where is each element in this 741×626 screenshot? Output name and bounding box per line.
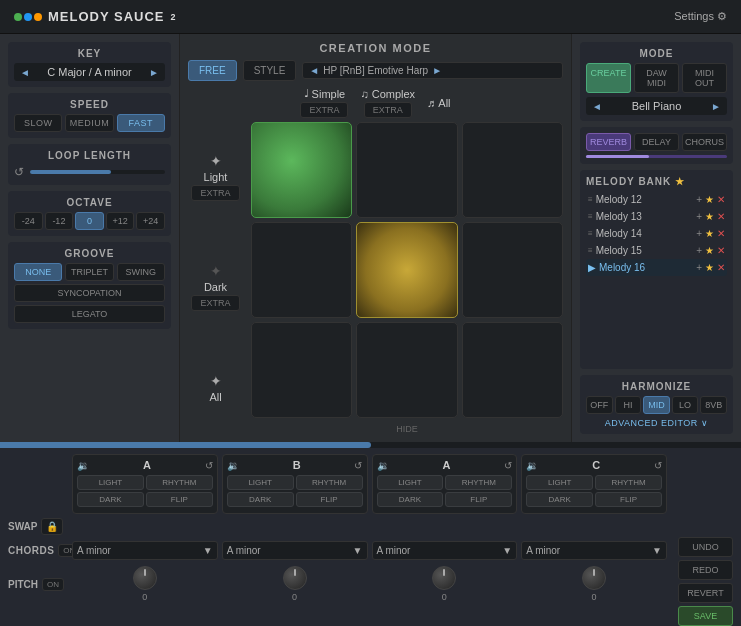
revert-button[interactable]: REVERT xyxy=(678,583,733,603)
pad-cell-2[interactable] xyxy=(356,122,457,218)
chord-select-3[interactable]: A minor ▼ xyxy=(372,541,518,560)
pitch-on-button[interactable]: ON xyxy=(42,578,64,591)
melody-add-icon[interactable]: + xyxy=(696,194,702,205)
melody-delete-icon[interactable]: ✕ xyxy=(717,245,725,256)
chord-select-4[interactable]: A minor ▼ xyxy=(521,541,667,560)
light-extra-button[interactable]: EXTRA xyxy=(191,185,239,201)
melody-row-14[interactable]: ≡ Melody 14 + ★ ✕ xyxy=(586,225,727,242)
melody-delete-icon[interactable]: ✕ xyxy=(717,228,725,239)
melody-row-15[interactable]: ≡ Melody 15 + ★ ✕ xyxy=(586,242,727,259)
instrument-next-arrow[interactable]: ► xyxy=(711,101,721,112)
melody-add-icon[interactable]: + xyxy=(696,211,702,222)
free-mode-button[interactable]: FREE xyxy=(188,60,237,81)
pitch-knob-4[interactable] xyxy=(582,566,606,590)
legato-button[interactable]: LEGATO xyxy=(14,305,165,323)
redo-button[interactable]: REDO xyxy=(678,560,733,580)
ch1-loop-icon[interactable]: ↺ xyxy=(205,460,213,471)
simple-extra-button[interactable]: EXTRA xyxy=(300,102,348,118)
harm-hi-button[interactable]: HI xyxy=(615,396,642,414)
style-next-arrow[interactable]: ► xyxy=(432,65,442,76)
ch1-light-button[interactable]: LIGHT xyxy=(77,475,144,490)
ch3-dark-button[interactable]: DARK xyxy=(377,492,444,507)
complex-extra-button[interactable]: EXTRA xyxy=(364,102,412,118)
melody-delete-icon[interactable]: ✕ xyxy=(717,194,725,205)
melody-delete-icon[interactable]: ✕ xyxy=(717,211,725,222)
dark-extra-button[interactable]: EXTRA xyxy=(191,295,239,311)
ch3-loop-icon[interactable]: ↺ xyxy=(504,460,512,471)
advanced-editor-button[interactable]: ADVANCED EDITOR ∨ xyxy=(586,418,727,428)
groove-triplet-button[interactable]: TRIPLET xyxy=(65,263,113,281)
melody-play-icon[interactable]: ▶ xyxy=(588,262,596,273)
speed-slow-button[interactable]: SLOW xyxy=(14,114,62,132)
lock-icon[interactable]: 🔒 xyxy=(41,518,63,535)
groove-swing-button[interactable]: SWING xyxy=(117,263,165,281)
ch4-light-button[interactable]: LIGHT xyxy=(526,475,593,490)
ch2-flip-button[interactable]: FLIP xyxy=(296,492,363,507)
pad-cell-9[interactable] xyxy=(462,322,563,418)
harm-lo-button[interactable]: LO xyxy=(672,396,699,414)
mode-daw-midi-tab[interactable]: DAW MIDI xyxy=(634,63,679,93)
octave-minus12-button[interactable]: -12 xyxy=(45,212,74,230)
style-mode-button[interactable]: STYLE xyxy=(243,60,297,81)
ch4-flip-button[interactable]: FLIP xyxy=(595,492,662,507)
melody-star-icon[interactable]: ★ xyxy=(705,245,714,256)
style-prev-arrow[interactable]: ◄ xyxy=(309,65,319,76)
ch3-flip-button[interactable]: FLIP xyxy=(445,492,512,507)
ch4-dark-button[interactable]: DARK xyxy=(526,492,593,507)
pad-cell-5[interactable] xyxy=(356,222,457,318)
ch2-light-button[interactable]: LIGHT xyxy=(227,475,294,490)
ch1-dark-button[interactable]: DARK xyxy=(77,492,144,507)
chorus-button[interactable]: CHORUS xyxy=(682,133,727,151)
harm-mid-button[interactable]: MID xyxy=(643,396,670,414)
melody-row-16[interactable]: ▶ Melody 16 + ★ ✕ xyxy=(586,259,727,276)
octave-minus24-button[interactable]: -24 xyxy=(14,212,43,230)
hide-button[interactable]: HIDE xyxy=(251,424,563,434)
melody-star-icon[interactable]: ★ xyxy=(705,262,714,273)
mode-create-tab[interactable]: CREATE xyxy=(586,63,631,93)
melody-add-icon[interactable]: + xyxy=(696,245,702,256)
speed-fast-button[interactable]: FAST xyxy=(117,114,165,132)
octave-plus24-button[interactable]: +24 xyxy=(136,212,165,230)
pad-cell-6[interactable] xyxy=(462,222,563,318)
instrument-prev-arrow[interactable]: ◄ xyxy=(592,101,602,112)
syncopation-button[interactable]: SYNCOPATION xyxy=(14,284,165,302)
chord-select-1[interactable]: A minor ▼ xyxy=(72,541,218,560)
ch4-loop-icon[interactable]: ↺ xyxy=(654,460,662,471)
chord-select-2[interactable]: A minor ▼ xyxy=(222,541,368,560)
ch2-rhythm-button[interactable]: RHYTHM xyxy=(296,475,363,490)
fx-slider[interactable] xyxy=(586,155,727,158)
style-selector[interactable]: ◄ HP [RnB] Emotive Harp ► xyxy=(302,62,563,79)
octave-0-button[interactable]: 0 xyxy=(75,212,104,230)
instrument-selector[interactable]: ◄ Bell Piano ► xyxy=(586,97,727,115)
pad-cell-8[interactable] xyxy=(356,322,457,418)
pad-cell-3[interactable] xyxy=(462,122,563,218)
melody-row-12[interactable]: ≡ Melody 12 + ★ ✕ xyxy=(586,191,727,208)
melody-star-icon[interactable]: ★ xyxy=(705,194,714,205)
harm-8vb-button[interactable]: 8VB xyxy=(700,396,727,414)
groove-none-button[interactable]: NONE xyxy=(14,263,62,281)
melody-delete-icon[interactable]: ✕ xyxy=(717,262,725,273)
mode-midi-out-tab[interactable]: MIDI OUT xyxy=(682,63,727,93)
melody-add-icon[interactable]: + xyxy=(696,228,702,239)
pad-cell-1[interactable] xyxy=(251,122,352,218)
ch1-flip-button[interactable]: FLIP xyxy=(146,492,213,507)
melody-row-13[interactable]: ≡ Melody 13 + ★ ✕ xyxy=(586,208,727,225)
undo-button[interactable]: UNDO xyxy=(678,537,733,557)
melody-add-icon[interactable]: + xyxy=(696,262,702,273)
pitch-knob-2[interactable] xyxy=(283,566,307,590)
ch3-light-button[interactable]: LIGHT xyxy=(377,475,444,490)
ch4-rhythm-button[interactable]: RHYTHM xyxy=(595,475,662,490)
pitch-knob-3[interactable] xyxy=(432,566,456,590)
key-next-arrow[interactable]: ► xyxy=(149,67,159,78)
pad-cell-7[interactable] xyxy=(251,322,352,418)
ch1-rhythm-button[interactable]: RHYTHM xyxy=(146,475,213,490)
key-prev-arrow[interactable]: ◄ xyxy=(20,67,30,78)
ch3-rhythm-button[interactable]: RHYTHM xyxy=(445,475,512,490)
octave-plus12-button[interactable]: +12 xyxy=(106,212,135,230)
reverb-button[interactable]: REVERB xyxy=(586,133,631,151)
speed-medium-button[interactable]: MEDIUM xyxy=(65,114,113,132)
pitch-knob-1[interactable] xyxy=(133,566,157,590)
ch2-loop-icon[interactable]: ↺ xyxy=(354,460,362,471)
key-selector[interactable]: ◄ C Major / A minor ► xyxy=(14,63,165,81)
pad-cell-4[interactable] xyxy=(251,222,352,318)
